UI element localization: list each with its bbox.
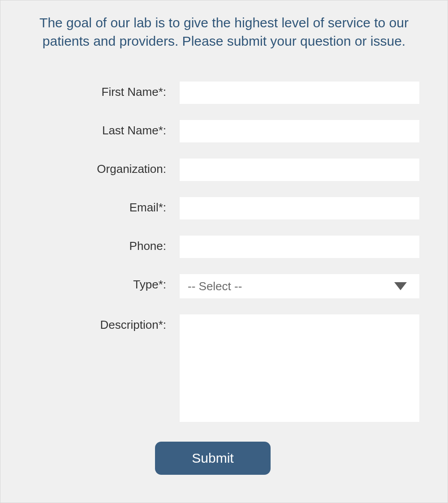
form-container: The goal of our lab is to give the highe… [0,0,448,503]
row-description: Description*: [23,314,425,424]
wrap-first-name [180,82,419,104]
type-select-wrap[interactable]: -- Select -- [180,274,419,298]
row-organization: Organization: [23,159,425,181]
email-input[interactable] [180,197,419,219]
wrap-email [180,197,419,219]
label-first-name: First Name*: [23,82,180,99]
row-phone: Phone: [23,236,425,258]
label-organization: Organization: [23,159,180,176]
first-name-input[interactable] [180,82,419,104]
last-name-input[interactable] [180,120,419,142]
label-description: Description*: [23,314,180,332]
wrap-phone [180,236,419,258]
intro-text: The goal of our lab is to give the highe… [23,14,425,50]
row-last-name: Last Name*: [23,120,425,142]
wrap-description [180,314,419,424]
submit-button[interactable]: Submit [155,442,270,475]
label-type: Type*: [23,274,180,292]
label-email: Email*: [23,197,180,215]
phone-input[interactable] [180,236,419,258]
row-type: Type*: -- Select -- [23,274,425,298]
description-textarea[interactable] [180,314,419,422]
row-first-name: First Name*: [23,82,425,104]
label-last-name: Last Name*: [23,120,180,138]
type-select[interactable]: -- Select -- [180,274,419,298]
label-phone: Phone: [23,236,180,253]
wrap-organization [180,159,419,181]
wrap-last-name [180,120,419,142]
organization-input[interactable] [180,159,419,181]
row-email: Email*: [23,197,425,219]
submit-row: Submit [23,442,425,475]
wrap-type: -- Select -- [180,274,419,298]
